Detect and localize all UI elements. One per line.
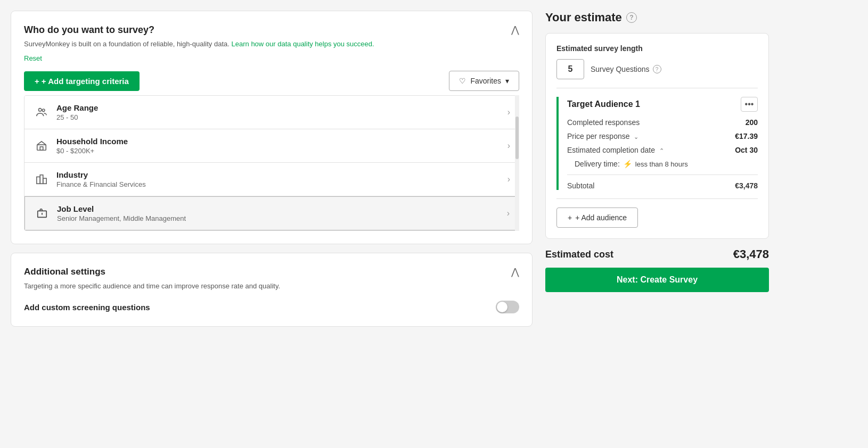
divider-2 bbox=[556, 198, 758, 199]
survey-length-input-row: 5 Survey Questions ? bbox=[556, 59, 758, 79]
age-range-icon bbox=[33, 106, 50, 118]
audience-section: Target Audience 1 ••• Completed response… bbox=[556, 97, 758, 190]
criteria-toolbar: + + Add targeting criteria ♡ Favorites ▾ bbox=[24, 71, 519, 91]
subtotal-value: €3,478 bbox=[735, 181, 758, 190]
price-per-response-value: €17.39 bbox=[735, 132, 758, 140]
data-quality-link[interactable]: Learn how our data quality helps you suc… bbox=[232, 40, 374, 48]
screening-toggle[interactable] bbox=[496, 301, 519, 313]
job-level-arrow-icon: › bbox=[507, 209, 510, 218]
estimated-cost-value: €3,478 bbox=[733, 247, 769, 261]
next-create-survey-button[interactable]: Next: Create Survey bbox=[545, 268, 769, 292]
lightning-icon: ⚡ bbox=[623, 160, 632, 168]
completed-responses-value: 200 bbox=[746, 118, 758, 127]
household-income-name: Household Income bbox=[56, 137, 507, 146]
plus-icon: + bbox=[35, 77, 39, 86]
criteria-item-household-income[interactable]: Household Income $0 - $200K+ › bbox=[24, 129, 519, 163]
completion-chevron-icon[interactable]: ⌃ bbox=[659, 147, 664, 154]
scrollbar-thumb bbox=[515, 117, 519, 159]
favorites-button[interactable]: ♡ Favorites ▾ bbox=[449, 71, 519, 91]
card-header: Who do you want to survey? ⋀ bbox=[24, 24, 519, 36]
job-level-content: Job Level Senior Management, Middle Mana… bbox=[57, 204, 507, 222]
completed-responses-row: Completed responses 200 bbox=[567, 118, 758, 127]
industry-icon bbox=[33, 173, 50, 185]
add-criteria-button[interactable]: + + Add targeting criteria bbox=[24, 71, 140, 91]
svg-rect-6 bbox=[43, 178, 46, 184]
age-range-arrow-icon: › bbox=[507, 107, 510, 117]
household-income-value: $0 - $200K+ bbox=[56, 147, 507, 155]
criteria-scroll-wrapper: Age Range 25 - 50 › bbox=[24, 95, 519, 231]
survey-length-label: Estimated survey length bbox=[556, 44, 758, 53]
questions-help-icon[interactable]: ? bbox=[653, 65, 661, 73]
additional-settings-title: Additional settings bbox=[24, 267, 105, 277]
completion-date-row: Estimated completion date ⌃ Oct 30 bbox=[567, 146, 758, 154]
estimate-help-icon[interactable]: ? bbox=[626, 12, 637, 23]
household-income-content: Household Income $0 - $200K+ bbox=[56, 137, 507, 155]
survey-target-title: Who do you want to survey? bbox=[24, 24, 154, 36]
svg-rect-3 bbox=[40, 147, 43, 150]
price-per-response-row: Price per response ⌄ €17.39 bbox=[567, 132, 758, 140]
heart-icon: ♡ bbox=[459, 77, 466, 85]
completion-date-label: Estimated completion date ⌃ bbox=[567, 146, 664, 154]
settings-collapse-icon[interactable]: ⋀ bbox=[511, 266, 519, 278]
subtotal-label: Subtotal bbox=[567, 181, 594, 190]
svg-rect-2 bbox=[37, 145, 46, 150]
industry-value: Finance & Financial Services bbox=[56, 180, 507, 188]
svg-rect-4 bbox=[37, 177, 40, 184]
age-range-name: Age Range bbox=[56, 103, 507, 112]
cost-footer: Estimated cost €3,478 bbox=[545, 247, 769, 261]
more-icon: ••• bbox=[745, 99, 754, 109]
industry-content: Industry Finance & Financial Services bbox=[56, 170, 507, 188]
additional-settings-card: Additional settings ⋀ Targeting a more s… bbox=[11, 253, 533, 327]
household-income-arrow-icon: › bbox=[507, 141, 510, 151]
criteria-item-age-range[interactable]: Age Range 25 - 50 › bbox=[24, 96, 519, 129]
price-per-response-label: Price per response ⌄ bbox=[567, 132, 638, 140]
toggle-thumb bbox=[497, 302, 507, 312]
industry-arrow-icon: › bbox=[507, 175, 510, 184]
estimate-title: Your estimate ? bbox=[545, 11, 769, 24]
additional-settings-subtitle: Targeting a more specific audience and t… bbox=[24, 282, 519, 290]
reset-link[interactable]: Reset bbox=[24, 54, 42, 62]
delivery-time-row: Delivery time: ⚡ less than 8 hours bbox=[567, 160, 758, 168]
criteria-item-job-level[interactable]: Job Level Senior Management, Middle Mana… bbox=[24, 196, 519, 230]
settings-card-header: Additional settings ⋀ bbox=[24, 266, 519, 278]
age-range-value: 25 - 50 bbox=[56, 113, 507, 121]
survey-length-section: Estimated survey length 5 Survey Questio… bbox=[556, 44, 758, 79]
completion-date-value: Oct 30 bbox=[735, 146, 758, 154]
price-chevron-icon[interactable]: ⌄ bbox=[634, 134, 638, 140]
household-income-icon bbox=[33, 140, 50, 152]
audience-header: Target Audience 1 ••• bbox=[567, 97, 758, 112]
age-range-content: Age Range 25 - 50 bbox=[56, 103, 507, 121]
estimated-cost-label: Estimated cost bbox=[545, 249, 613, 260]
job-level-value: Senior Management, Middle Management bbox=[57, 214, 507, 222]
audience-more-button[interactable]: ••• bbox=[741, 97, 758, 112]
estimate-card: Estimated survey length 5 Survey Questio… bbox=[545, 33, 769, 239]
screening-questions-label: Add custom screening questions bbox=[24, 303, 150, 312]
scrollbar[interactable] bbox=[515, 95, 519, 231]
subtotal-row: Subtotal €3,478 bbox=[567, 175, 758, 190]
add-audience-plus-icon: + bbox=[568, 213, 572, 222]
job-level-icon bbox=[34, 208, 51, 219]
divider bbox=[556, 88, 758, 88]
collapse-icon[interactable]: ⋀ bbox=[511, 24, 519, 36]
completed-responses-label: Completed responses bbox=[567, 118, 640, 127]
card-subtitle: SurveyMonkey is built on a foundation of… bbox=[24, 40, 519, 48]
screening-questions-item: Add custom screening questions bbox=[24, 301, 519, 313]
left-panel: Who do you want to survey? ⋀ SurveyMonke… bbox=[11, 11, 533, 327]
industry-name: Industry bbox=[56, 170, 507, 179]
delivery-time-label: Delivery time: bbox=[575, 160, 620, 168]
survey-questions-label: Survey Questions ? bbox=[591, 65, 661, 73]
chevron-down-icon: ▾ bbox=[505, 77, 509, 85]
survey-target-card: Who do you want to survey? ⋀ SurveyMonke… bbox=[11, 11, 533, 244]
right-panel: Your estimate ? Estimated survey length … bbox=[545, 11, 769, 292]
svg-point-0 bbox=[39, 109, 42, 112]
job-level-name: Job Level bbox=[57, 204, 507, 213]
delivery-time-value: less than 8 hours bbox=[635, 160, 688, 168]
criteria-item-industry[interactable]: Industry Finance & Financial Services › bbox=[24, 163, 519, 196]
survey-number-box[interactable]: 5 bbox=[556, 59, 584, 79]
audience-title: Target Audience 1 bbox=[567, 99, 640, 109]
criteria-list: Age Range 25 - 50 › bbox=[24, 95, 519, 231]
svg-point-1 bbox=[42, 109, 45, 112]
add-audience-button[interactable]: + + Add audience bbox=[556, 208, 638, 228]
